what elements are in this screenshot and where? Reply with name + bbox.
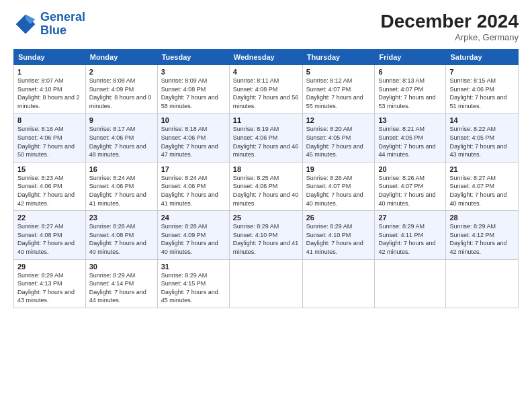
day-number: 16 bbox=[89, 165, 154, 173]
day-info: Sunrise: 8:23 AMSunset: 4:06 PMDaylight:… bbox=[17, 174, 82, 208]
calendar-cell bbox=[446, 259, 519, 308]
calendar-cell: 19Sunrise: 8:26 AMSunset: 4:07 PMDayligh… bbox=[302, 162, 375, 210]
calendar-table: SundayMondayTuesdayWednesdayThursdayFrid… bbox=[13, 49, 519, 308]
day-number: 4 bbox=[233, 68, 299, 76]
day-number: 29 bbox=[17, 263, 82, 271]
calendar-cell: 30Sunrise: 8:29 AMSunset: 4:14 PMDayligh… bbox=[85, 259, 157, 308]
day-number: 18 bbox=[233, 165, 299, 173]
month-title: December 2024 bbox=[381, 11, 519, 32]
day-info: Sunrise: 8:29 AMSunset: 4:10 PMDaylight:… bbox=[306, 222, 371, 256]
calendar-cell bbox=[375, 259, 446, 308]
calendar-cell: 7Sunrise: 8:15 AMSunset: 4:06 PMDaylight… bbox=[446, 65, 519, 113]
day-number: 8 bbox=[17, 116, 82, 124]
day-info: Sunrise: 8:07 AMSunset: 4:10 PMDaylight:… bbox=[17, 77, 82, 110]
calendar-cell: 8Sunrise: 8:16 AMSunset: 4:06 PMDaylight… bbox=[14, 113, 86, 162]
day-number: 30 bbox=[89, 263, 154, 271]
day-number: 19 bbox=[306, 165, 371, 173]
calendar-week-row: 1Sunrise: 8:07 AMSunset: 4:10 PMDaylight… bbox=[14, 65, 519, 113]
day-number: 13 bbox=[378, 116, 442, 124]
calendar-cell: 18Sunrise: 8:25 AMSunset: 4:06 PMDayligh… bbox=[229, 162, 302, 210]
day-number: 14 bbox=[449, 116, 515, 124]
calendar-header-row: SundayMondayTuesdayWednesdayThursdayFrid… bbox=[14, 50, 519, 65]
calendar-cell: 15Sunrise: 8:23 AMSunset: 4:06 PMDayligh… bbox=[14, 162, 86, 210]
calendar-cell: 21Sunrise: 8:27 AMSunset: 4:07 PMDayligh… bbox=[446, 162, 519, 210]
day-info: Sunrise: 8:28 AMSunset: 4:09 PMDaylight:… bbox=[161, 222, 226, 256]
weekday-header: Wednesday bbox=[229, 50, 302, 65]
calendar-cell: 22Sunrise: 8:27 AMSunset: 4:08 PMDayligh… bbox=[14, 211, 86, 259]
day-number: 24 bbox=[161, 214, 226, 222]
calendar-week-row: 22Sunrise: 8:27 AMSunset: 4:08 PMDayligh… bbox=[14, 211, 519, 259]
day-info: Sunrise: 8:25 AMSunset: 4:06 PMDaylight:… bbox=[233, 174, 299, 208]
calendar-cell: 2Sunrise: 8:08 AMSunset: 4:09 PMDaylight… bbox=[85, 65, 157, 113]
weekday-header: Sunday bbox=[14, 50, 86, 65]
weekday-header: Tuesday bbox=[157, 50, 229, 65]
calendar-cell: 23Sunrise: 8:28 AMSunset: 4:08 PMDayligh… bbox=[85, 211, 157, 259]
day-number: 11 bbox=[233, 116, 299, 124]
day-number: 15 bbox=[17, 165, 82, 173]
day-info: Sunrise: 8:24 AMSunset: 4:06 PMDaylight:… bbox=[161, 174, 226, 208]
calendar-cell: 31Sunrise: 8:29 AMSunset: 4:15 PMDayligh… bbox=[157, 259, 229, 308]
day-number: 12 bbox=[306, 116, 371, 124]
weekday-header: Thursday bbox=[302, 50, 375, 65]
day-info: Sunrise: 8:09 AMSunset: 4:08 PMDaylight:… bbox=[161, 77, 226, 110]
day-info: Sunrise: 8:18 AMSunset: 4:06 PMDaylight:… bbox=[161, 125, 226, 158]
day-info: Sunrise: 8:16 AMSunset: 4:06 PMDaylight:… bbox=[17, 125, 82, 158]
day-info: Sunrise: 8:28 AMSunset: 4:08 PMDaylight:… bbox=[89, 222, 154, 256]
day-info: Sunrise: 8:22 AMSunset: 4:05 PMDaylight:… bbox=[449, 125, 515, 158]
calendar-cell: 3Sunrise: 8:09 AMSunset: 4:08 PMDaylight… bbox=[157, 65, 229, 113]
day-number: 31 bbox=[161, 263, 226, 271]
day-info: Sunrise: 8:19 AMSunset: 4:06 PMDaylight:… bbox=[233, 125, 299, 158]
day-number: 2 bbox=[89, 68, 154, 76]
day-info: Sunrise: 8:26 AMSunset: 4:07 PMDaylight:… bbox=[306, 174, 371, 208]
calendar-cell: 13Sunrise: 8:21 AMSunset: 4:05 PMDayligh… bbox=[375, 113, 446, 162]
day-number: 9 bbox=[89, 116, 154, 124]
day-info: Sunrise: 8:13 AMSunset: 4:07 PMDaylight:… bbox=[378, 77, 442, 110]
logo: General Blue bbox=[13, 11, 85, 38]
calendar-cell: 16Sunrise: 8:24 AMSunset: 4:06 PMDayligh… bbox=[85, 162, 157, 210]
day-info: Sunrise: 8:08 AMSunset: 4:09 PMDaylight:… bbox=[89, 77, 154, 110]
day-info: Sunrise: 8:29 AMSunset: 4:13 PMDaylight:… bbox=[17, 271, 82, 305]
calendar-cell: 1Sunrise: 8:07 AMSunset: 4:10 PMDaylight… bbox=[14, 65, 86, 113]
calendar-cell: 26Sunrise: 8:29 AMSunset: 4:10 PMDayligh… bbox=[302, 211, 375, 259]
weekday-header: Saturday bbox=[446, 50, 519, 65]
calendar-cell: 14Sunrise: 8:22 AMSunset: 4:05 PMDayligh… bbox=[446, 113, 519, 162]
weekday-header: Monday bbox=[85, 50, 157, 65]
day-info: Sunrise: 8:26 AMSunset: 4:07 PMDaylight:… bbox=[378, 174, 442, 208]
calendar-cell: 20Sunrise: 8:26 AMSunset: 4:07 PMDayligh… bbox=[375, 162, 446, 210]
day-number: 21 bbox=[449, 165, 515, 173]
calendar-week-row: 15Sunrise: 8:23 AMSunset: 4:06 PMDayligh… bbox=[14, 162, 519, 210]
day-info: Sunrise: 8:27 AMSunset: 4:08 PMDaylight:… bbox=[17, 222, 82, 256]
calendar-cell: 27Sunrise: 8:29 AMSunset: 4:11 PMDayligh… bbox=[375, 211, 446, 259]
calendar-cell: 24Sunrise: 8:28 AMSunset: 4:09 PMDayligh… bbox=[157, 211, 229, 259]
day-info: Sunrise: 8:20 AMSunset: 4:05 PMDaylight:… bbox=[306, 125, 371, 158]
calendar-cell: 29Sunrise: 8:29 AMSunset: 4:13 PMDayligh… bbox=[14, 259, 86, 308]
day-number: 22 bbox=[17, 214, 82, 222]
calendar-week-row: 8Sunrise: 8:16 AMSunset: 4:06 PMDaylight… bbox=[14, 113, 519, 162]
calendar-cell: 10Sunrise: 8:18 AMSunset: 4:06 PMDayligh… bbox=[157, 113, 229, 162]
weekday-header: Friday bbox=[375, 50, 446, 65]
day-info: Sunrise: 8:24 AMSunset: 4:06 PMDaylight:… bbox=[89, 174, 154, 208]
day-number: 7 bbox=[449, 68, 515, 76]
day-number: 5 bbox=[306, 68, 371, 76]
calendar-cell bbox=[229, 259, 302, 308]
calendar-cell: 4Sunrise: 8:11 AMSunset: 4:08 PMDaylight… bbox=[229, 65, 302, 113]
calendar-cell bbox=[302, 259, 375, 308]
calendar-cell: 9Sunrise: 8:17 AMSunset: 4:06 PMDaylight… bbox=[85, 113, 157, 162]
day-number: 1 bbox=[17, 68, 82, 76]
page: General Blue December 2024 Arpke, German… bbox=[0, 0, 532, 411]
day-number: 20 bbox=[378, 165, 442, 173]
calendar-cell: 5Sunrise: 8:12 AMSunset: 4:07 PMDaylight… bbox=[302, 65, 375, 113]
day-number: 17 bbox=[161, 165, 226, 173]
day-info: Sunrise: 8:29 AMSunset: 4:11 PMDaylight:… bbox=[378, 222, 442, 256]
day-info: Sunrise: 8:29 AMSunset: 4:14 PMDaylight:… bbox=[89, 271, 154, 305]
day-number: 3 bbox=[161, 68, 226, 76]
calendar-cell: 12Sunrise: 8:20 AMSunset: 4:05 PMDayligh… bbox=[302, 113, 375, 162]
day-info: Sunrise: 8:29 AMSunset: 4:12 PMDaylight:… bbox=[449, 222, 515, 256]
calendar-cell: 17Sunrise: 8:24 AMSunset: 4:06 PMDayligh… bbox=[157, 162, 229, 210]
calendar-cell: 11Sunrise: 8:19 AMSunset: 4:06 PMDayligh… bbox=[229, 113, 302, 162]
location: Arpke, Germany bbox=[381, 32, 519, 42]
day-info: Sunrise: 8:15 AMSunset: 4:06 PMDaylight:… bbox=[449, 77, 515, 110]
title-block: December 2024 Arpke, Germany bbox=[381, 11, 519, 42]
day-number: 28 bbox=[449, 214, 515, 222]
day-number: 6 bbox=[378, 68, 442, 76]
